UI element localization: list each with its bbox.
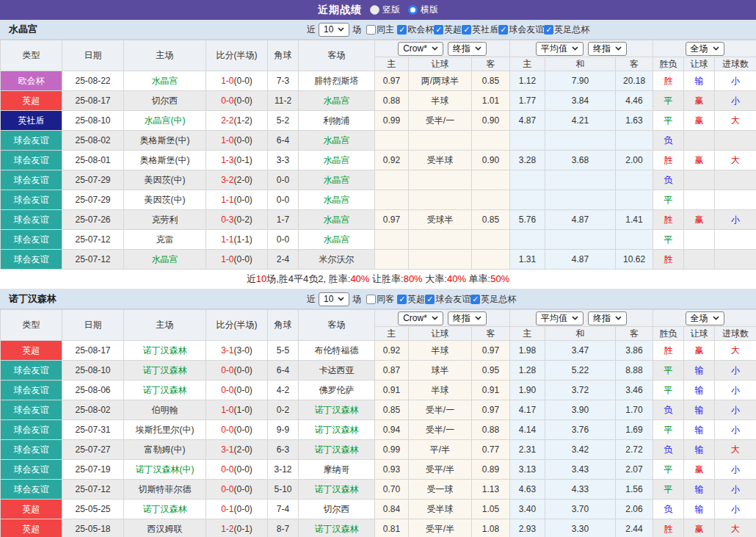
corner-score: 6-4	[268, 131, 299, 151]
odds-source-select[interactable]: Crow*	[398, 311, 443, 325]
avg-select-group: 平均值 终指	[510, 310, 653, 327]
league-checkbox-2[interactable]: ✓英足总杯	[470, 293, 516, 306]
match-date: 25-07-31	[62, 420, 124, 440]
col-header-score: 比分(半场)	[206, 310, 268, 341]
corner-score: 0-0	[268, 190, 299, 210]
match-score: 3-1(3-0)	[206, 341, 268, 361]
odds-away: 0.77	[472, 440, 510, 460]
result-handicap: 输	[684, 440, 715, 460]
match-date: 25-07-29	[62, 170, 124, 190]
summary-stat-value: 10	[256, 273, 266, 284]
home-team: 美因茨(中)	[124, 170, 206, 190]
league-checkbox-4[interactable]: ✓英足总杯	[544, 24, 589, 36]
avg-home: 1.12	[510, 71, 545, 91]
result-handicap: 赢	[684, 519, 715, 537]
league-label: 英超	[444, 24, 462, 36]
same-venue-checkbox[interactable]: 同主	[366, 24, 394, 36]
match-row: 英超25-08-17诺丁汉森林3-1(3-0)5-5布伦特福德0.92半球0.9…	[1, 341, 756, 361]
corner-score: 4-2	[268, 381, 299, 400]
odds-stage-select[interactable]: 终指	[448, 311, 487, 325]
match-row: 欧会杯25-08-22水晶宫1-0(0-0)7-3腓特烈斯塔0.97两/两球半0…	[1, 71, 756, 91]
league-checkbox-0[interactable]: ✓英超	[397, 293, 425, 306]
corner-score: 7-4	[268, 500, 299, 519]
type-badge: 英超	[1, 91, 62, 111]
avg-away	[616, 190, 653, 210]
avg-stage-select[interactable]: 终指	[588, 311, 627, 325]
scope-value: 全场	[691, 43, 708, 55]
avg-away: 1.56	[616, 480, 653, 500]
result-outcome: 平	[653, 420, 684, 440]
match-row: 球会友谊25-08-06诺丁汉森林0-0(0-0)4-2佛罗伦萨0.91半球0.…	[1, 381, 756, 400]
odds-handicap: 半球	[409, 381, 472, 400]
away-team: 水晶宫	[299, 230, 375, 250]
scope-select[interactable]: 全场	[686, 311, 724, 325]
type-badge: 球会友谊	[1, 460, 62, 480]
match-score: 0-1(0-0)	[206, 500, 268, 519]
avg-source-select[interactable]: 平均值	[536, 311, 584, 325]
summary-text: 大率:	[423, 273, 447, 284]
home-team: 切斯特菲尔德	[124, 480, 206, 500]
odds-away	[472, 131, 510, 151]
scope-select[interactable]: 全场	[686, 42, 724, 56]
team-section: 水晶宫 近 10 场 同主 ✓欧会杯✓英超✓英社盾✓球会友谊✓英足总杯	[0, 20, 756, 289]
team-section: 诺丁汉森林 近 10 场 同客 ✓英超✓球会友谊✓英足总杯	[0, 289, 756, 537]
col-header-result: 胜负	[653, 57, 684, 71]
col-header-date: 日期	[62, 310, 124, 341]
avg-stage-select[interactable]: 终指	[588, 42, 627, 56]
result-handicap: 输	[684, 361, 715, 381]
league-checkbox-1[interactable]: ✓球会友谊	[425, 293, 470, 306]
avg-away: 10.62	[616, 250, 653, 270]
odds-away: 0.97	[472, 400, 510, 420]
away-team: 水晶宫	[299, 151, 375, 170]
result-goals	[715, 230, 756, 250]
chevron-down-icon	[572, 316, 578, 320]
games-label: 场	[352, 293, 361, 306]
league-checkbox-3[interactable]: ✓球会友谊	[498, 24, 544, 36]
col-header-avg-draw: 和	[545, 57, 616, 71]
result-handicap: 赢	[684, 460, 715, 480]
avg-away	[616, 131, 653, 151]
odds-away: 0.89	[472, 460, 510, 480]
same-venue-checkbox[interactable]: 同客	[366, 293, 394, 306]
col-header-odds-handicap: 让球	[409, 327, 472, 341]
odds-away: 0.90	[472, 151, 510, 170]
home-team: 美因茨(中)	[124, 190, 206, 210]
match-date: 25-07-27	[62, 440, 124, 460]
filter-bar: 近 10 场 同主 ✓欧会杯✓英超✓英社盾✓球会友谊✓英足总杯	[307, 20, 589, 39]
corner-score: 1-7	[268, 210, 299, 230]
odds-stage-value: 终指	[453, 43, 470, 55]
away-team: 利物浦	[299, 111, 375, 131]
away-team: 水晶宫	[299, 210, 375, 230]
odds-stage-select[interactable]: 终指	[448, 42, 487, 56]
odds-away: 1.08	[472, 519, 510, 537]
match-score: 0-3(0-2)	[206, 210, 268, 230]
chevron-down-icon	[572, 46, 578, 51]
result-outcome: 平	[653, 381, 684, 400]
corner-score: 5-2	[268, 111, 299, 131]
rounds-select[interactable]: 10	[319, 23, 349, 37]
league-label: 欧会杯	[407, 24, 434, 36]
result-handicap: 输	[684, 381, 715, 400]
summary-stat-value: 40%	[447, 273, 466, 284]
odds-handicap	[409, 230, 472, 250]
odds-source-select[interactable]: Crow*	[398, 42, 443, 56]
odds-away: 0.88	[472, 420, 510, 440]
match-row: 球会友谊25-07-12切斯特菲尔德0-0(0-0)5-10诺丁汉森林0.70受…	[1, 480, 756, 500]
view-radio-vertical[interactable]: 竖版	[370, 4, 400, 16]
league-checkbox-1[interactable]: ✓英超	[434, 24, 462, 36]
view-radio-horizontal[interactable]: 横版	[408, 4, 438, 16]
home-team: 富勒姆(中)	[124, 440, 206, 460]
league-checkbox-2[interactable]: ✓英社盾	[462, 24, 498, 36]
odds-away: 0.91	[472, 381, 510, 400]
match-row: 英超25-05-18西汉姆联1-2(0-1)8-7诺丁汉森林0.81受平/半1.…	[1, 519, 756, 537]
match-score: 3-2(2-0)	[206, 170, 268, 190]
rounds-select[interactable]: 10	[319, 292, 349, 306]
home-team: 伯明翰	[124, 400, 206, 420]
avg-source-select[interactable]: 平均值	[536, 42, 584, 56]
radio-unselected-icon	[370, 5, 379, 15]
league-checkbox-0[interactable]: ✓欧会杯	[397, 24, 434, 36]
away-team: 诺丁汉森林	[299, 519, 375, 537]
odds-home: 0.97	[375, 210, 409, 230]
chevron-down-icon	[475, 316, 481, 320]
checkbox-checked-icon: ✓	[425, 295, 435, 304]
